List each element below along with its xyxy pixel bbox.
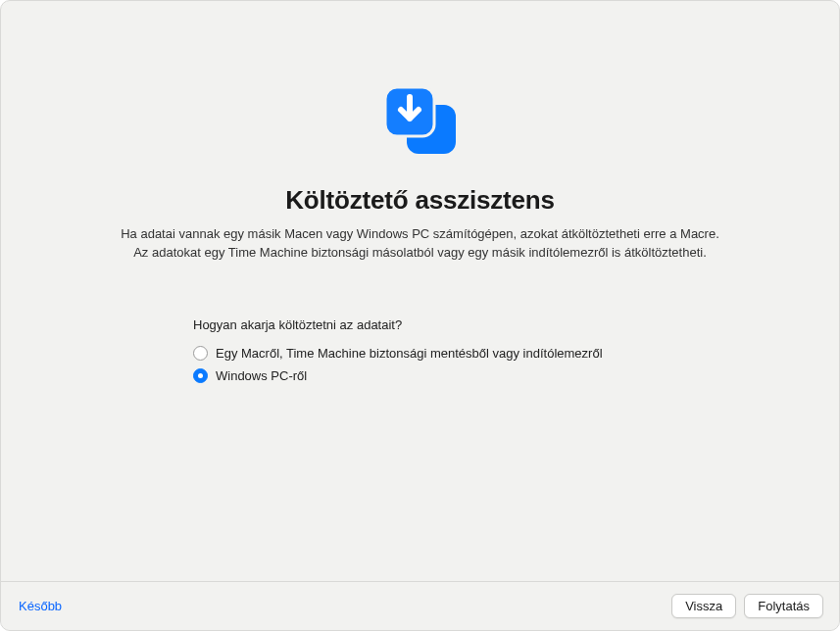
radio-option-windows[interactable]: Windows PC-ről: [193, 368, 603, 383]
radio-button-icon: [193, 346, 208, 361]
back-button[interactable]: Vissza: [671, 594, 736, 618]
transfer-method-question: Hogyan akarja költöztetni az adatait?: [193, 317, 603, 332]
page-title: Költöztető asszisztens: [285, 185, 554, 216]
page-subtitle: Ha adatai vannak egy másik Macen vagy Wi…: [81, 225, 759, 263]
later-button[interactable]: Később: [17, 595, 64, 617]
footer-bar: Később Vissza Folytatás: [1, 581, 839, 630]
subtitle-line-1: Ha adatai vannak egy másik Macen vagy Wi…: [121, 226, 719, 241]
radio-button-icon: [193, 368, 208, 383]
migration-assistant-window: Költöztető asszisztens Ha adatai vannak …: [0, 0, 840, 631]
radio-option-mac[interactable]: Egy Macről, Time Machine biztonsági ment…: [193, 346, 603, 361]
radio-label-windows: Windows PC-ről: [216, 368, 307, 383]
migration-icon: [377, 77, 464, 164]
main-content: Költöztető asszisztens Ha adatai vannak …: [1, 1, 839, 581]
transfer-method-group: Hogyan akarja költöztetni az adatait? Eg…: [193, 317, 603, 391]
radio-label-mac: Egy Macről, Time Machine biztonsági ment…: [216, 346, 603, 361]
continue-button[interactable]: Folytatás: [744, 594, 823, 618]
subtitle-line-2: Az adatokat egy Time Machine biztonsági …: [133, 245, 707, 260]
